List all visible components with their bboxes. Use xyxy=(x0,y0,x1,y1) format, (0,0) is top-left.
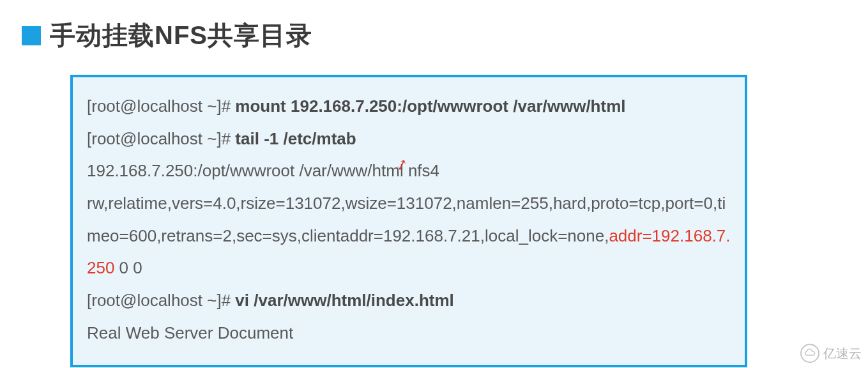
command-tail: tail -1 /etc/mtab xyxy=(235,129,356,148)
slide: 手动挂载NFS共享目录 [root@localhost ~]# mount 19… xyxy=(0,0,868,367)
prompt: [root@localhost ~]# xyxy=(87,96,235,116)
slide-title: 手动挂载NFS共享目录 xyxy=(50,18,312,53)
watermark: 亿速云 xyxy=(800,344,862,363)
output-line: Real Web Server Document xyxy=(87,323,293,342)
output-line: 0 0 xyxy=(114,258,142,277)
prompt: [root@localhost ~]# xyxy=(87,291,235,310)
command-vi: vi /var/www/html/index.html xyxy=(235,291,453,310)
output-line: 192.168.7.250:/opt/wwwroot /var/www/html… xyxy=(87,161,439,180)
command-mount: mount 192.168.7.250:/opt/wwwroot /var/ww… xyxy=(235,96,625,116)
bullet-square-icon xyxy=(22,26,41,45)
code-block: [root@localhost ~]# mount 192.168.7.250:… xyxy=(70,75,747,367)
watermark-text: 亿速云 xyxy=(823,345,862,362)
prompt: [root@localhost ~]# xyxy=(87,129,235,148)
watermark-logo-icon xyxy=(800,344,819,363)
title-row: 手动挂载NFS共享目录 xyxy=(22,18,842,53)
